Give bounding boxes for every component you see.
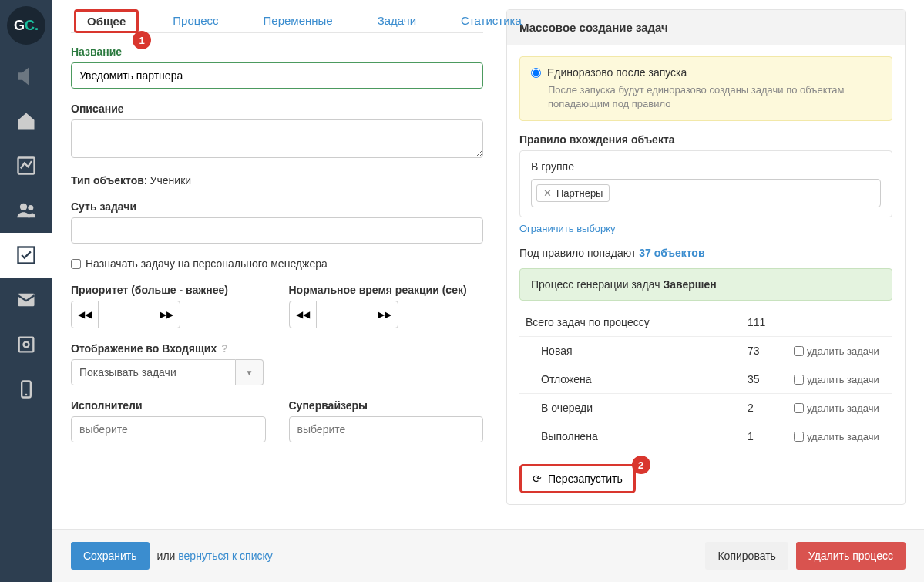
rule-group-label: В группе (531, 160, 881, 173)
save-button[interactable]: Сохранить (71, 542, 150, 570)
nav-mobile[interactable] (0, 367, 52, 412)
rule-tag-input[interactable]: ✕ Партнеры (531, 179, 881, 207)
tag-label: Партнеры (556, 187, 603, 199)
refresh-icon: ⟳ (533, 473, 542, 485)
status-value: Завершен (663, 278, 716, 291)
main: Общее Процесс Переменные Задачи Статисти… (52, 0, 924, 582)
name-input[interactable] (71, 62, 483, 89)
delete-checkbox[interactable] (794, 432, 804, 442)
rule-box: В группе ✕ Партнеры (519, 150, 892, 217)
tab-variables[interactable]: Переменные (253, 9, 344, 32)
badge-2: 2 (632, 456, 650, 474)
mass-panel: Массовое создание задач Единоразово посл… (506, 9, 906, 505)
status-box: Процесс генерации задач Завершен (519, 268, 892, 301)
essence-label: Суть задачи (71, 200, 483, 213)
rule-title: Правило вхождения объекта (519, 133, 892, 146)
delete-checkbox[interactable] (794, 346, 804, 356)
name-label: Название (71, 45, 483, 58)
nav-home[interactable] (0, 99, 52, 143)
inbox-select[interactable]: Показывать задачи (71, 359, 236, 385)
supervisors-input[interactable] (289, 416, 484, 442)
reaction-stepper: ◀◀ ▶▶ (289, 301, 484, 328)
table-row: Отложена 35 удалить задачи (519, 365, 892, 394)
chevron-down-icon[interactable]: ▼ (236, 359, 264, 385)
footer-or: или вернуться к списку (157, 550, 273, 562)
help-icon[interactable]: ? (221, 342, 228, 355)
desc-input[interactable] (71, 119, 483, 158)
essence-input[interactable] (71, 217, 483, 244)
nav-tasks[interactable] (0, 233, 52, 278)
inbox-label: Отображение во Входящих? (71, 342, 264, 355)
delete-checkbox[interactable] (794, 403, 804, 413)
back-link[interactable]: вернуться к списку (178, 550, 272, 562)
tag-remove-icon[interactable]: ✕ (543, 187, 552, 199)
table-row: В очереди 2 удалить задачи (519, 394, 892, 422)
type-label: Тип объектов (71, 174, 144, 187)
assign-checkbox-label: Назначать задачу на персонального менедж… (86, 257, 328, 270)
type-value: Ученики (150, 174, 191, 187)
svg-point-6 (24, 342, 29, 348)
match-count[interactable]: 37 объектов (639, 247, 704, 259)
reaction-value[interactable] (317, 301, 371, 328)
tab-general[interactable]: Общее (74, 9, 139, 33)
tab-tasks[interactable]: Задачи (367, 9, 427, 32)
nav-safe[interactable] (0, 322, 52, 367)
priority-stepper: ◀◀ ▶▶ (71, 301, 266, 328)
tab-process[interactable]: Процесс (162, 9, 229, 32)
restart-button[interactable]: ⟳ Перезапустить 2 (519, 464, 636, 493)
table-row: Выполнена 1 удалить задачи (519, 422, 892, 450)
priority-inc[interactable]: ▶▶ (153, 301, 180, 328)
priority-dec[interactable]: ◀◀ (71, 301, 99, 328)
radio-box: Единоразово после запуска После запуска … (519, 56, 892, 121)
assign-checkbox[interactable] (71, 259, 81, 269)
sidebar: GC. (0, 0, 52, 582)
tag-partners: ✕ Партнеры (536, 184, 610, 202)
reaction-inc[interactable]: ▶▶ (371, 301, 398, 328)
desc-label: Описание (71, 103, 483, 115)
once-radio[interactable] (531, 68, 541, 78)
match-line: Под правило попадают 37 объектов (519, 247, 892, 259)
table-head-label: Всего задач по процессу (526, 316, 748, 328)
tabs: Общее Процесс Переменные Задачи Статисти… (71, 9, 483, 33)
once-radio-label: Единоразово после запуска (547, 66, 687, 79)
limit-link[interactable]: Ограничить выборку (519, 223, 616, 234)
table-head: Всего задач по процессу 111 (519, 308, 892, 337)
delete-button[interactable]: Удалить процесс (796, 542, 906, 570)
delete-checkbox[interactable] (794, 375, 804, 385)
restart-label: Перезапустить (548, 473, 623, 485)
table-row: Новая 73 удалить задачи (519, 337, 892, 365)
table-head-count: 111 (748, 316, 794, 328)
badge-1: 1 (133, 31, 151, 49)
priority-value[interactable] (99, 301, 153, 328)
nav-sound[interactable] (0, 54, 52, 99)
nav-chart[interactable] (0, 143, 52, 188)
svg-point-1 (20, 204, 27, 210)
nav-mail[interactable] (0, 278, 52, 322)
once-radio-desc: После запуска будут единоразово созданы … (548, 83, 881, 111)
nav-users[interactable] (0, 188, 52, 233)
performers-label: Исполнители (71, 399, 266, 412)
supervisors-label: Супервайзеры (289, 399, 484, 412)
type-row: Тип объектов: Ученики (71, 174, 483, 187)
tab-stats[interactable]: Статистика (450, 9, 533, 32)
reaction-dec[interactable]: ◀◀ (289, 301, 317, 328)
logo: GC. (7, 6, 45, 45)
footer: Сохранить или вернуться к списку Копиров… (52, 529, 924, 582)
svg-point-2 (28, 205, 33, 210)
svg-rect-5 (19, 338, 34, 352)
reaction-label: Нормальное время реакции (сек) (289, 284, 484, 296)
panel-title: Массовое создание задач (507, 10, 905, 45)
performers-input[interactable] (71, 416, 266, 442)
priority-label: Приоритет (больше - важнее) (71, 284, 266, 296)
copy-button[interactable]: Копировать (705, 542, 788, 570)
